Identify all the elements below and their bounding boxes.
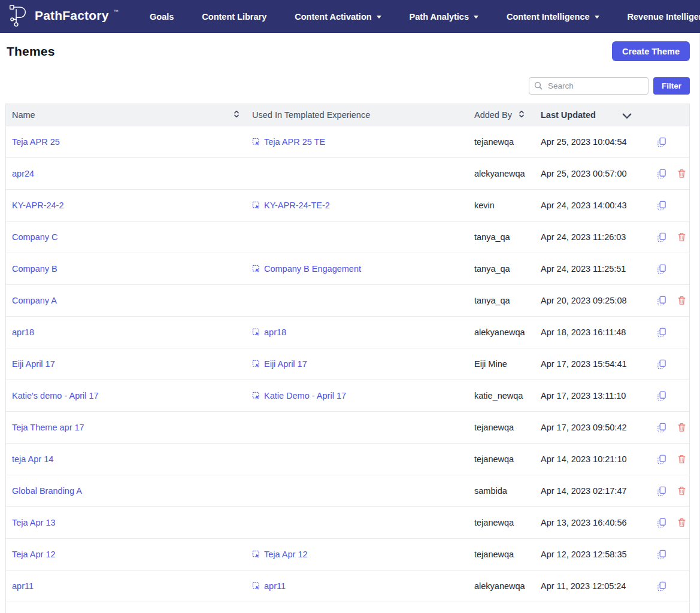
theme-name-link[interactable]: Company C [12, 232, 58, 242]
last-updated-value: Apr 18, 2023 16:11:48 [541, 327, 626, 337]
copy-theme-button[interactable] [657, 169, 666, 179]
delete-theme-button[interactable] [677, 169, 686, 178]
added-by-value: katie_newqa [474, 391, 523, 400]
templated-experience-link[interactable]: apr18 [252, 327, 286, 337]
templated-experience-label: apr11 [264, 581, 286, 591]
theme-name-link[interactable]: apr18 [12, 327, 34, 337]
theme-name-link[interactable]: apr11 [12, 581, 34, 591]
theme-name-link[interactable]: Katie's demo - April 17 [12, 391, 99, 400]
copy-theme-button[interactable] [657, 359, 666, 369]
table-row: teja Apr 14 tejanewqa Apr 14, 2023 10:21… [6, 444, 689, 475]
last-updated-value: Apr 24, 2023 11:25:51 [541, 264, 626, 274]
chevron-down-icon [377, 16, 381, 19]
theme-name-link[interactable]: KY-APR-24-2 [12, 201, 64, 210]
nav-item-label: Content Library [202, 12, 266, 22]
nav-item-content-intelligence[interactable]: Content Intelligence [507, 12, 599, 22]
create-theme-button[interactable]: Create Theme [612, 41, 690, 61]
delete-theme-button[interactable] [677, 296, 686, 305]
copy-theme-button[interactable] [657, 232, 666, 242]
theme-name-link[interactable]: Teja Theme apr 17 [12, 423, 84, 432]
theme-name-link[interactable]: Teja Apr 12 [12, 550, 56, 559]
column-header-experience: Used In Templated Experience [246, 110, 468, 120]
last-updated-value: Apr 17, 2023 15:54:41 [541, 359, 627, 369]
nav-item-label: Goals [150, 12, 174, 22]
nav-item-revenue-intelligence[interactable]: Revenue Intelligence BETA [628, 11, 700, 22]
last-updated-value: Apr 24, 2023 11:26:03 [541, 232, 626, 242]
nav-item-content-library[interactable]: Content Library [202, 12, 266, 22]
delete-theme-button[interactable] [677, 454, 686, 464]
sort-updown-icon[interactable] [518, 110, 525, 120]
theme-name-link[interactable]: Teja Apr 13 [12, 518, 56, 527]
nav-item-label: Revenue Intelligence [628, 12, 700, 22]
chevron-down-icon [474, 16, 478, 19]
nav-item-content-activation[interactable]: Content Activation [295, 12, 381, 22]
added-by-value: tanya_qa [474, 296, 510, 305]
sort-updown-icon[interactable] [233, 110, 240, 120]
copy-theme-button[interactable] [657, 264, 666, 274]
templated-experience-link[interactable]: KY-APR-24-TE-2 [252, 201, 330, 210]
delete-theme-button[interactable] [677, 486, 686, 496]
copy-theme-button[interactable] [657, 296, 666, 306]
page-title: Themes [5, 44, 55, 59]
templated-experience-link[interactable]: Company B Engagement [252, 264, 361, 274]
theme-name-link[interactable]: Company B [12, 264, 57, 274]
search-icon [534, 81, 543, 92]
templated-experience-link[interactable]: Katie Demo - April 17 [252, 391, 346, 400]
delete-theme-button[interactable] [677, 423, 686, 432]
table-row: Teja Theme apr 17 tejanewqa Apr 17, 2023… [6, 412, 689, 444]
added-by-value: tejanewqa [474, 550, 514, 559]
theme-name-link[interactable]: Teja APR 25 [12, 137, 60, 147]
templated-experience-icon [252, 201, 260, 210]
copy-theme-button[interactable] [657, 550, 666, 560]
table-row: Teja Apr 12 Teja Apr 12 tejanewqa Apr 12… [6, 539, 689, 570]
themes-table: Name Used In Templated Experience Added … [5, 104, 690, 613]
last-updated-value: Apr 24, 2023 14:00:43 [541, 201, 627, 210]
table-row: Company C tanya_qa Apr 24, 2023 11:26:03 [6, 221, 689, 253]
copy-theme-button[interactable] [657, 391, 666, 401]
column-header-added-by[interactable]: Added By [468, 110, 535, 120]
last-updated-value: Apr 14, 2023 02:17:47 [541, 486, 627, 496]
table-row: apr24 alekyanewqa Apr 25, 2023 00:57:00 [6, 158, 689, 190]
table-row: Global Branding A sambida Apr 14, 2023 0… [6, 475, 689, 507]
theme-name-link[interactable]: teja Apr 14 [12, 454, 53, 464]
theme-name-link[interactable]: Company A [12, 296, 57, 305]
templated-experience-link[interactable]: apr11 [252, 581, 286, 591]
templated-experience-link[interactable]: Teja APR 25 TE [252, 137, 325, 147]
table-row: apr11 apr11 alekyanewqa Apr 11, 2023 12:… [6, 570, 689, 602]
nav-item-goals[interactable]: Goals [150, 12, 174, 22]
copy-theme-button[interactable] [657, 137, 666, 147]
templated-experience-icon [252, 392, 260, 400]
column-header-last-updated[interactable]: Last Updated [535, 110, 649, 121]
copy-theme-button[interactable] [657, 454, 666, 465]
templated-experience-link[interactable]: Teja Apr 12 [252, 550, 308, 559]
copy-theme-button[interactable] [657, 423, 666, 433]
theme-name-link[interactable]: Eiji April 17 [12, 359, 55, 369]
last-updated-value: Apr 17, 2023 13:11:10 [541, 391, 626, 400]
nav-item-path-analytics[interactable]: Path Analytics [410, 12, 478, 22]
added-by-value: alekyanewqa [474, 581, 525, 591]
sort-desc-chevron-icon[interactable] [622, 111, 632, 121]
pathfactory-logo[interactable]: PathFactory ™ [8, 4, 123, 30]
copy-theme-button[interactable] [657, 518, 666, 528]
last-updated-value: Apr 25, 2023 10:04:54 [541, 137, 627, 147]
theme-name-link[interactable]: Global Branding A [12, 486, 82, 496]
copy-theme-button[interactable] [657, 486, 666, 496]
last-updated-value: Apr 12, 2023 12:58:35 [541, 550, 627, 559]
copy-theme-button[interactable] [657, 581, 666, 591]
search-input[interactable] [529, 77, 649, 95]
table-row-empty [6, 602, 689, 613]
delete-theme-button[interactable] [677, 518, 686, 527]
templated-experience-label: Teja Apr 12 [264, 550, 308, 559]
last-updated-value: Apr 13, 2023 16:40:56 [541, 518, 627, 527]
copy-theme-button[interactable] [657, 201, 666, 211]
nav-menu: Goals Content Library Content Activation… [150, 11, 700, 22]
chevron-down-icon [595, 16, 599, 19]
templated-experience-icon [252, 550, 260, 559]
last-updated-value: Apr 25, 2023 00:57:00 [541, 169, 627, 178]
delete-theme-button[interactable] [677, 232, 686, 242]
copy-theme-button[interactable] [657, 327, 666, 338]
theme-name-link[interactable]: apr24 [12, 169, 34, 178]
column-header-name[interactable]: Name [6, 110, 246, 120]
templated-experience-link[interactable]: Eiji April 17 [252, 359, 307, 369]
filter-button[interactable]: Filter [653, 77, 690, 95]
